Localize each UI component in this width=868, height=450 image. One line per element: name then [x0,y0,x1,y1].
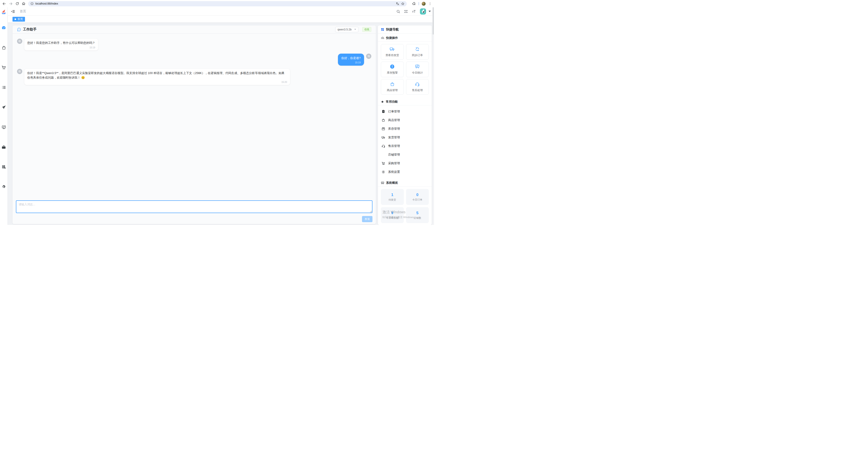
fn-item-purchase-mgmt[interactable]: 采购管理 [378,159,432,168]
message-time: 15:20 [27,81,287,84]
sidebar-item-orders-cart-icon[interactable] [1,65,6,70]
sidebar-item-stats-monitor-icon[interactable] [2,125,6,129]
breadcrumb[interactable]: 首页 [20,9,26,13]
reload-icon[interactable] [16,2,19,5]
fn-item-order-mgmt[interactable]: 订单管理 [378,107,432,116]
section-title: 常用功能 [386,100,398,104]
sidebar-item-server-settings-icon[interactable] [2,165,6,169]
quick-card-sync-orders[interactable]: 同步订单 [406,44,429,60]
fn-item-system-settings[interactable]: 系统设置 [378,168,432,176]
scrollbar-thumb[interactable] [433,7,434,34]
fn-item-shipping-mgmt[interactable]: 发货管理 [378,133,432,142]
toolbar-separator [418,2,419,5]
message-user: 我 你好，你是谁? 15:19 [17,54,371,66]
back-icon[interactable] [2,2,6,6]
content-area: 工作助手 qwen3.5:2b 在线 助 您好！我是您的工作助手，有什么可以帮助… [8,23,434,225]
fn-item-label: 采购管理 [388,161,400,166]
quick-card-label: 售后处理 [412,88,423,92]
user-avatar[interactable] [420,8,426,14]
message-text: 您好！我是您的工作助手，有什么可以帮助您的吗？ [27,41,95,45]
panel-header: 快捷导航 [378,25,432,34]
tag-dot [14,19,16,20]
profile-avatar[interactable] [422,2,426,6]
fn-item-label: 售后管理 [388,144,400,148]
message-time: 15:19 [341,61,361,64]
function-list: 订单管理 商品管理 库存管理 发货管理 [378,106,432,177]
user-chat-avatar: 我 [366,54,371,59]
fn-item-aftersale-mgmt[interactable]: 售后管理 [378,142,432,150]
quick-card-aftersale[interactable]: 售后处理 [406,79,429,95]
extensions-icon[interactable] [412,2,416,5]
message-text: 你好，你是谁? [341,56,361,60]
stat-shop-count: 5 店铺数 [406,207,429,223]
url-text[interactable]: localhost:88/index [35,2,394,5]
fn-item-label: 发货管理 [388,136,400,140]
shopping-bag-icon [390,82,395,87]
page-scrollbar[interactable] [432,7,434,225]
address-bar[interactable]: localhost:88/index [28,1,407,6]
stat-value: ¥ [391,211,393,215]
quick-card-product-mgmt[interactable]: 商品管理 [381,79,404,95]
message-text: 你好！我是**Qwen3.5**，是阿里巴巴通义实验室研发的超大规模语言模型。我… [27,71,287,80]
stat-value: 1 [391,192,393,197]
status-badge: 在线 [362,27,371,32]
star-icon [381,100,384,103]
model-select-value: qwen3.5:2b [338,28,351,31]
section-quick-ops: 快捷操作 [378,34,432,41]
sidebar-item-list-icon[interactable] [2,85,6,90]
app-sidebar [0,7,8,225]
sidebar-item-settings-gear-icon[interactable] [1,184,6,189]
app-logo [1,9,7,15]
truck-icon [381,136,385,139]
kebab-menu-icon[interactable] [428,2,432,5]
chat-bubble-icon [17,28,21,32]
stat-today-orders: 0 今日订单 [406,189,429,205]
chat-header: 工作助手 qwen3.5:2b 在线 [12,25,376,34]
gear-icon [381,170,385,174]
quick-nav-panel: 快捷导航 快捷操作 查看待发货 同步订单 [378,25,432,225]
caret-down-icon[interactable] [429,11,431,12]
font-size-icon[interactable] [412,9,416,13]
quick-card-label: 同步订单 [412,53,423,57]
app-shell: 首页 首页 工作助手 [0,7,434,225]
sidebar-item-products-bag-icon[interactable] [2,46,6,50]
fn-item-shop-mgmt[interactable]: 店铺管理 [378,150,432,159]
quick-card-today-stats[interactable]: 今日统计 [406,62,429,77]
quick-card-label: 查看待发货 [385,53,399,57]
fn-item-label: 商品管理 [388,118,400,122]
model-select[interactable]: qwen3.5:2b [335,27,359,32]
bookmark-star-icon[interactable] [401,2,404,5]
fullscreen-icon[interactable] [404,9,408,13]
sidebar-item-shipping-send-icon[interactable] [1,105,6,110]
search-icon[interactable] [396,9,400,13]
chart-board-icon [415,64,420,69]
home-icon[interactable] [22,2,25,5]
fn-item-inventory-mgmt[interactable]: 库存管理 [378,124,432,133]
message-bubble: 你好，你是谁? 15:19 [338,54,364,66]
quick-card-stock-alert[interactable]: 库存预警 [381,62,404,77]
stat-today-sales: ¥ 今日销售额 [381,207,404,223]
fn-item-label: 库存管理 [388,127,400,131]
quick-card-pending-ship[interactable]: 查看待发货 [381,44,404,60]
message-input[interactable] [16,200,372,213]
section-title: 快捷操作 [386,36,398,40]
tab-home[interactable]: 首页 [12,17,25,22]
menu-fold-icon[interactable] [11,9,15,13]
translate-icon[interactable] [396,2,399,5]
fn-item-product-mgmt[interactable]: 商品管理 [378,116,432,124]
quick-cards: 查看待发货 同步订单 库存预警 今日统计 [378,41,432,96]
sidebar-item-shop-briefcase-icon[interactable] [1,145,6,149]
assistant-avatar: 助 [17,39,22,44]
quick-card-label: 商品管理 [387,88,398,92]
sidebar-item-dashboard-icon[interactable] [1,25,6,30]
cart-icon [381,161,385,165]
info-icon[interactable] [30,2,34,5]
section-title: 系统概览 [386,181,398,185]
stat-label: 今日订单 [412,198,423,202]
lightning-cloud-icon [381,36,384,40]
message-bubble: 你好！我是**Qwen3.5**，是阿里巴巴通义实验室研发的超大规模语言模型。我… [24,69,290,85]
headset-icon [415,82,420,87]
order-clipboard-icon [381,110,385,113]
send-button[interactable]: 发送 [362,216,372,222]
forward-icon[interactable] [9,2,13,6]
